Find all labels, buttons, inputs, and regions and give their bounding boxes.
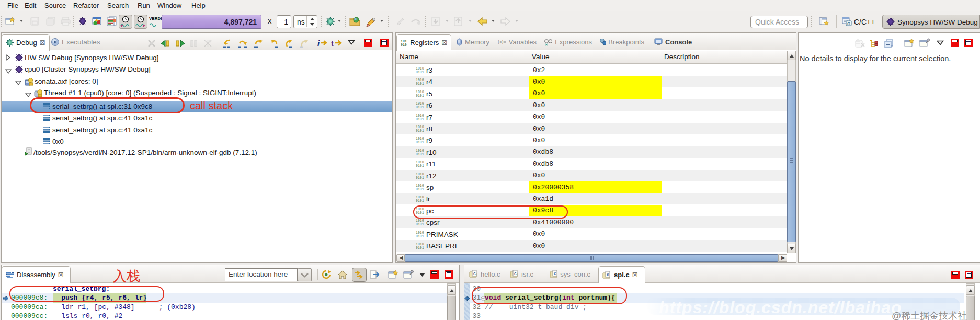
svg-text:0101: 0101 — [416, 164, 424, 167]
svg-text:0101: 0101 — [416, 246, 424, 249]
svg-text:1010: 1010 — [416, 78, 424, 82]
svg-text:0101: 0101 — [416, 141, 424, 144]
svg-text:1010: 1010 — [416, 196, 424, 199]
svg-text:0101: 0101 — [416, 188, 424, 191]
svg-text:t: t — [331, 39, 334, 48]
svg-text:c: c — [607, 272, 609, 277]
svg-text:1010: 1010 — [416, 114, 424, 118]
svg-text:0101: 0101 — [416, 82, 424, 85]
svg-text:1010: 1010 — [416, 243, 424, 246]
svg-text:1010: 1010 — [416, 102, 424, 106]
svg-text:1010: 1010 — [416, 67, 424, 71]
svg-text:0101: 0101 — [416, 176, 424, 179]
svg-text:0101: 0101 — [416, 129, 424, 132]
svg-text:1010: 1010 — [416, 219, 424, 223]
svg-text:1010: 1010 — [416, 161, 424, 164]
svg-text:1010: 1010 — [416, 137, 424, 141]
svg-text:c: c — [473, 271, 476, 276]
svg-text:0101: 0101 — [416, 199, 424, 202]
svg-text:c: c — [554, 271, 556, 276]
svg-text:0101: 0101 — [416, 153, 424, 156]
svg-text:C: C — [847, 21, 850, 26]
svg-text:1010: 1010 — [416, 173, 424, 176]
svg-text:VERDI: VERDI — [149, 16, 162, 21]
svg-text:1010: 1010 — [416, 184, 424, 188]
svg-text:c: c — [514, 271, 517, 276]
svg-text:0101: 0101 — [416, 94, 424, 97]
svg-text:1010: 1010 — [416, 231, 424, 235]
svg-text:0101: 0101 — [416, 223, 424, 226]
svg-text:i: i — [317, 39, 320, 48]
svg-text:0101: 0101 — [416, 106, 424, 109]
svg-text:0101: 0101 — [416, 118, 424, 121]
svg-text:0101: 0101 — [416, 235, 424, 238]
svg-text:1010: 1010 — [416, 125, 424, 129]
svg-text:1010: 1010 — [416, 149, 424, 153]
svg-text:1010: 1010 — [416, 90, 424, 94]
svg-text:0101: 0101 — [416, 71, 424, 74]
